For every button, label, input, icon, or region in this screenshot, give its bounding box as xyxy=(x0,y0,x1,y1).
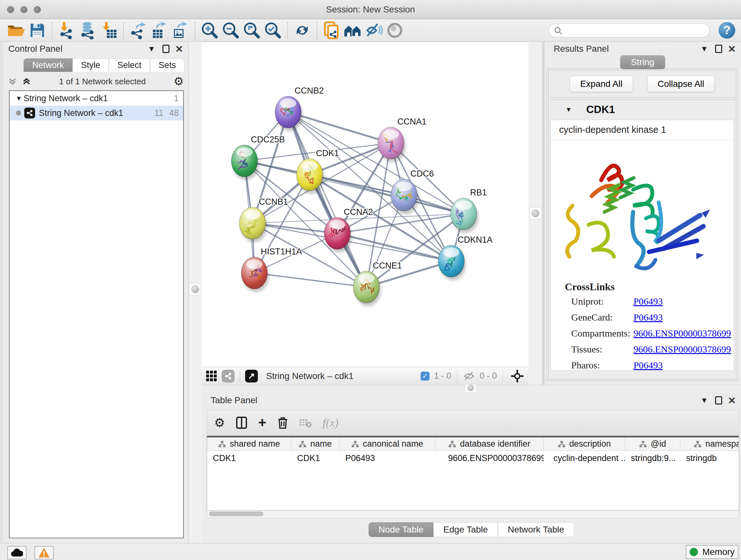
create-column-icon[interactable]: + xyxy=(258,416,266,430)
crosslink-link[interactable]: 9606.ENSP00000378699 xyxy=(633,328,731,339)
network-icon xyxy=(24,108,35,118)
column-header[interactable]: database identifier xyxy=(435,437,544,450)
network-row[interactable]: String Network – cdk1 11 48 xyxy=(10,106,183,120)
network-options-gear-icon[interactable]: ⚙ xyxy=(174,76,184,87)
column-header[interactable]: name xyxy=(291,437,340,450)
horizontal-splitter-handle[interactable] xyxy=(468,385,474,391)
control-panel: Control Panel ▼ ✕ Network Style Select S… xyxy=(0,42,188,543)
panel-menu-icon[interactable]: ▼ xyxy=(148,45,155,53)
export-network-icon[interactable] xyxy=(128,21,149,40)
network-node-CCNA1: CCNA1 xyxy=(378,117,427,162)
collapse-all-button[interactable]: Collapse All xyxy=(647,76,715,92)
crosslink-label: Pharos: xyxy=(571,360,633,371)
export-image-icon[interactable] xyxy=(170,21,191,40)
panel-close-icon[interactable]: ✕ xyxy=(728,395,736,406)
crosslinks-title: CrossLinks xyxy=(565,281,734,293)
results-panel-title: Results Panel xyxy=(554,44,609,54)
collapse-all-networks-icon[interactable] xyxy=(8,76,17,86)
table-horizontal-scrollbar[interactable] xyxy=(207,510,739,518)
collection-expand-icon[interactable]: ▼ xyxy=(14,95,23,102)
tab-select[interactable]: Select xyxy=(109,58,150,72)
show-graphics-details-icon[interactable] xyxy=(384,21,405,40)
tab-style[interactable]: Style xyxy=(72,58,109,72)
crosslink-row: Uniprot: P06493 xyxy=(571,296,734,307)
zoom-in-icon[interactable] xyxy=(199,21,220,40)
warning-status-button[interactable] xyxy=(35,546,54,559)
node-label: CDC25B xyxy=(251,135,285,144)
hidden-count: 0 - 0 xyxy=(480,371,497,381)
column-header[interactable]: canonical name xyxy=(340,437,435,450)
tab-network[interactable]: Network xyxy=(23,58,72,72)
right-splitter[interactable] xyxy=(529,42,542,385)
delete-column-icon[interactable] xyxy=(277,416,288,429)
crosslink-link[interactable]: P06493 xyxy=(633,360,663,371)
network-node-CDKN1A: CDKN1A xyxy=(438,235,493,280)
cloud-status-button[interactable] xyxy=(7,546,26,559)
results-panel: Results Panel ▼ ✕ String Expand All Coll… xyxy=(544,42,741,385)
network-graph[interactable]: CCNB2CCNA1CDC25BCDK1CDC6RB1CCNB1CCNA2CDK… xyxy=(202,42,529,367)
tab-network-table[interactable]: Network Table xyxy=(498,522,574,537)
show-all-networks-icon[interactable] xyxy=(342,21,363,40)
zoom-out-icon[interactable] xyxy=(220,21,241,40)
panel-float-icon[interactable] xyxy=(715,396,722,405)
network-view-icon[interactable] xyxy=(222,370,234,382)
selected-nodes-checkbox-icon[interactable]: ✓ xyxy=(421,372,429,381)
gene-collapse-icon[interactable]: ▼ xyxy=(564,106,574,113)
tab-edge-table[interactable]: Edge Table xyxy=(433,522,498,537)
panel-menu-icon[interactable]: ▼ xyxy=(700,396,708,404)
horizontal-splitter[interactable] xyxy=(202,385,741,393)
import-table-file-icon[interactable] xyxy=(98,21,119,40)
column-header[interactable]: shared name xyxy=(207,437,291,450)
import-network-file-icon[interactable] xyxy=(56,21,77,40)
table-options-gear-icon[interactable]: ⚙ xyxy=(214,417,225,429)
import-network-database-icon[interactable] xyxy=(77,21,98,40)
panel-close-icon[interactable]: ✕ xyxy=(175,44,183,55)
left-splitter-handle[interactable] xyxy=(192,286,199,293)
right-splitter-handle[interactable] xyxy=(532,209,539,217)
cell-id: stringdb:9... xyxy=(625,453,680,463)
node-table[interactable]: shared name name canonical name database… xyxy=(207,436,739,510)
node-label: RB1 xyxy=(470,188,487,197)
show-columns-icon[interactable] xyxy=(236,416,247,429)
expand-all-button[interactable]: Expand All xyxy=(569,76,633,92)
scrollbar-thumb[interactable] xyxy=(209,511,263,516)
tab-sets[interactable]: Sets xyxy=(150,58,185,72)
grid-view-icon[interactable] xyxy=(206,371,217,381)
hidden-eye-icon xyxy=(463,371,475,381)
crosslink-link[interactable]: P06493 xyxy=(633,296,663,307)
network-edge-count: 48 xyxy=(169,108,179,118)
birds-eye-crosshair-icon[interactable] xyxy=(511,369,524,383)
zoom-fit-icon[interactable] xyxy=(241,21,262,40)
panel-close-icon[interactable]: ✕ xyxy=(728,44,736,55)
panel-float-icon[interactable] xyxy=(715,45,722,53)
open-session-file-icon[interactable] xyxy=(321,21,342,40)
apply-layout-icon[interactable] xyxy=(292,21,313,40)
hide-selected-icon[interactable] xyxy=(363,21,384,40)
export-table-icon[interactable] xyxy=(149,21,170,40)
left-splitter[interactable] xyxy=(188,42,202,543)
column-header[interactable]: namespace xyxy=(680,437,739,450)
crosslink-label: Uniprot: xyxy=(571,296,633,307)
network-canvas[interactable]: CCNB2CCNA1CDC25BCDK1CDC6RB1CCNB1CCNA2CDK… xyxy=(202,42,529,367)
table-row[interactable]: CDK1 CDK1 P06493 9606.ENSP00000378699 cy… xyxy=(207,451,739,465)
save-session-icon[interactable] xyxy=(27,21,48,40)
window-title: Session: New Session xyxy=(0,4,741,15)
tab-string[interactable]: String xyxy=(620,55,665,69)
column-header[interactable]: @id xyxy=(625,437,680,450)
open-session-icon[interactable] xyxy=(6,21,27,40)
help-icon[interactable]: ? xyxy=(719,22,735,39)
search-input[interactable] xyxy=(549,23,710,37)
panel-menu-icon[interactable]: ▼ xyxy=(700,45,708,53)
memory-button[interactable]: Memory xyxy=(686,545,738,559)
control-panel-tabs: Network Style Select Sets xyxy=(23,58,188,72)
tab-node-table[interactable]: Node Table xyxy=(368,522,433,537)
table-panel: Table Panel ▼ ✕ ⚙ + f(x) shared name nam… xyxy=(202,393,741,543)
expand-all-networks-icon[interactable] xyxy=(22,76,31,86)
crosslink-link[interactable]: P06493 xyxy=(633,312,663,323)
crosslink-link[interactable]: 9606.ENSP00000378699 xyxy=(633,344,731,355)
column-header[interactable]: description xyxy=(544,437,625,450)
detach-view-icon[interactable]: ↗ xyxy=(245,370,258,382)
zoom-selected-icon[interactable] xyxy=(262,21,283,40)
panel-float-icon[interactable] xyxy=(162,45,170,53)
network-collection-row[interactable]: ▼ String Network – cdk1 1 xyxy=(10,91,183,106)
